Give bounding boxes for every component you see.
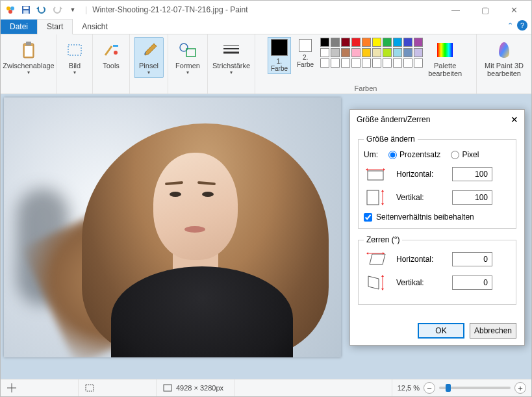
canvas-image[interactable] — [4, 97, 341, 357]
color-swatch[interactable] — [393, 38, 402, 47]
color-swatch[interactable] — [320, 38, 329, 47]
app-icon — [3, 3, 18, 17]
minimize-button[interactable]: — — [441, 1, 470, 19]
color-swatch[interactable] — [372, 38, 381, 47]
color-swatch[interactable] — [383, 48, 392, 57]
color-swatch[interactable] — [414, 58, 423, 68]
cancel-button[interactable]: Abbrechen — [470, 323, 516, 339]
svg-rect-13 — [186, 49, 196, 57]
color-swatch[interactable] — [331, 38, 340, 47]
help-icon[interactable]: ? — [517, 20, 527, 31]
zoom-slider[interactable] — [439, 387, 511, 389]
svg-point-0 — [6, 6, 10, 10]
color-swatch[interactable] — [414, 48, 423, 57]
color-swatch[interactable] — [351, 38, 361, 47]
group-clipboard: Zwischenablage ▾ — [1, 34, 57, 94]
svg-point-1 — [10, 6, 14, 10]
svg-rect-11 — [113, 45, 118, 47]
color-swatch[interactable] — [351, 58, 361, 68]
color-swatch[interactable] — [362, 58, 371, 68]
svg-rect-7 — [26, 42, 31, 45]
color-swatch[interactable] — [403, 38, 412, 47]
ribbon-tabs: Datei Start Ansicht ⌃ ? — [1, 19, 531, 34]
color1-button[interactable]: 1. Farbe — [268, 37, 291, 74]
radio-pixel[interactable]: Pixel — [451, 150, 479, 159]
zoom-thumb[interactable] — [446, 384, 451, 392]
canvas-area: Größe ändern/Zerren ✕ Größe ändern Um: P… — [1, 94, 531, 379]
close-button[interactable]: ✕ — [500, 1, 529, 19]
tab-view[interactable]: Ansicht — [73, 19, 116, 34]
shapes-button[interactable]: Formen ▾ — [172, 37, 203, 78]
image-button[interactable]: Bild ▾ — [61, 37, 88, 78]
color-swatch[interactable] — [403, 58, 412, 68]
color-swatch[interactable] — [320, 58, 329, 68]
skew-horiz-input[interactable] — [452, 252, 492, 266]
aspect-checkbox[interactable] — [364, 213, 372, 222]
ok-button[interactable]: OK — [418, 323, 464, 339]
resize-horiz-input[interactable] — [452, 167, 492, 181]
svg-rect-5 — [23, 10, 29, 14]
tab-start[interactable]: Start — [37, 19, 73, 34]
color-swatch[interactable] — [362, 38, 371, 47]
svg-rect-26 — [86, 385, 94, 391]
group-brush: Pinsel ▾ — [130, 34, 168, 94]
color-swatch[interactable] — [341, 38, 350, 47]
stroke-button[interactable]: Strichstärke ▾ — [212, 37, 251, 78]
svg-rect-20 — [367, 190, 379, 205]
resize-vert-icon — [364, 189, 387, 206]
collapse-ribbon-icon[interactable]: ⌃ — [507, 21, 513, 30]
maximize-button[interactable]: ▢ — [470, 1, 500, 19]
crosshair-icon — [7, 383, 16, 392]
image-size-segment: 4928 × 3280px — [157, 379, 234, 396]
redo-icon[interactable] — [50, 3, 64, 17]
color-swatch[interactable] — [331, 48, 340, 57]
zoom-level: 12,5 % — [398, 384, 420, 392]
dialog-titlebar[interactable]: Größe ändern/Zerren ✕ — [350, 110, 524, 129]
skew-fieldset: Zerren (°) Horizontal: Vertikal: — [358, 235, 516, 305]
color2-button[interactable]: 2. Farbe — [294, 37, 317, 70]
color-swatch[interactable] — [341, 58, 350, 68]
color-swatch[interactable] — [372, 58, 381, 68]
group-paint3d: Mit Paint 3D bearbeiten — [477, 34, 531, 94]
color-swatch[interactable] — [372, 48, 381, 57]
color-swatch[interactable] — [393, 58, 402, 68]
svg-point-2 — [8, 10, 12, 14]
color-swatch[interactable] — [383, 38, 392, 47]
edit-palette-button[interactable]: Palette bearbeiten — [426, 37, 464, 80]
undo-icon[interactable] — [34, 3, 49, 17]
brush-button[interactable]: Pinsel ▾ — [134, 37, 164, 78]
zoom-out-button[interactable]: − — [424, 382, 435, 394]
color-swatch[interactable] — [341, 48, 350, 57]
clipboard-button[interactable]: Zwischenablage ▾ — [5, 37, 53, 78]
resize-vert-input[interactable] — [452, 190, 492, 205]
color-swatch[interactable] — [383, 58, 392, 68]
resize-fieldset: Größe ändern Um: Prozentsatz Pixel Horiz… — [358, 134, 516, 229]
svg-rect-18 — [368, 171, 383, 180]
size-icon — [163, 384, 172, 392]
radio-percent[interactable]: Prozentsatz — [388, 150, 440, 159]
svg-rect-9 — [68, 45, 81, 55]
window-title: Winter-Shooting-21-12-07-TN-216.jpg - Pa… — [92, 5, 441, 14]
resize-horiz-icon — [364, 166, 387, 183]
color-swatch[interactable] — [362, 48, 371, 57]
svg-rect-27 — [164, 385, 171, 391]
group-image: Bild ▾ — [57, 34, 93, 94]
zoom-in-button[interactable]: + — [514, 382, 526, 394]
color-swatch[interactable] — [414, 38, 423, 47]
color-palette — [320, 37, 424, 68]
tab-file[interactable]: Datei — [1, 19, 37, 34]
color-swatch[interactable] — [393, 48, 402, 57]
svg-rect-17 — [437, 43, 453, 57]
paint3d-button[interactable]: Mit Paint 3D bearbeiten — [481, 37, 527, 80]
skew-vert-input[interactable] — [452, 275, 492, 290]
color-swatch[interactable] — [320, 48, 329, 57]
color-swatch[interactable] — [403, 48, 412, 57]
group-stroke: Strichstärke ▾ — [208, 34, 255, 94]
skew-horiz-icon — [364, 251, 387, 268]
tools-button[interactable]: Tools — [97, 37, 125, 72]
color-swatch[interactable] — [331, 58, 340, 68]
save-icon[interactable] — [19, 3, 33, 17]
dialog-close-icon[interactable]: ✕ — [509, 114, 520, 125]
qat-dropdown-icon[interactable]: ▼ — [66, 3, 80, 17]
color-swatch[interactable] — [351, 48, 361, 57]
